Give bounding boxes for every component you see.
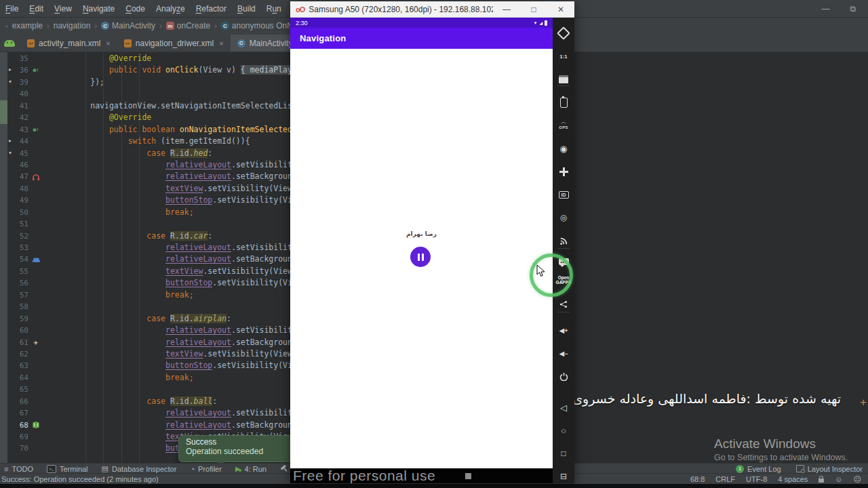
tool-window-database-inspector[interactable]: ▤Database Inspector <box>102 464 177 473</box>
status-68-8[interactable]: 68:8 <box>690 475 705 483</box>
line-number: 49 <box>0 195 28 206</box>
lock-icon[interactable] <box>818 479 824 483</box>
breadcrumb-label: onCreate <box>177 21 210 30</box>
power-icon[interactable] <box>553 369 574 384</box>
battery-icon[interactable] <box>553 95 574 110</box>
xml-file-icon: <> <box>27 39 35 47</box>
volume-down-icon[interactable]: ◀− <box>553 346 574 361</box>
menu-file[interactable]: File <box>0 4 24 14</box>
line-number: 39 <box>0 77 28 88</box>
event-log-badge: 1 <box>736 465 744 473</box>
status-crlf[interactable]: CRLF <box>715 475 735 483</box>
line-number: 67 <box>0 407 28 419</box>
tool-window-4-run[interactable]: ▶4: Run <box>235 465 267 473</box>
gutter-icon-slot[interactable] <box>28 420 43 431</box>
fold-collapsed-icon[interactable]: ▸ <box>9 66 12 73</box>
share-icon[interactable] <box>553 297 574 312</box>
airplane-icon[interactable]: ✈ <box>34 337 39 348</box>
menu-code[interactable]: Code <box>120 4 151 14</box>
status-utf-8[interactable]: UTF-8 <box>746 475 767 483</box>
diskio-icon[interactable]: ◎ <box>553 210 574 225</box>
emulator-minimize-button[interactable]: — <box>493 5 520 14</box>
status-4-spaces[interactable]: 4 spaces <box>778 475 808 483</box>
menu-refactor[interactable]: Refactor <box>191 4 232 14</box>
tool-window-layout-inspector[interactable]: Layout Inspector <box>796 465 863 473</box>
emulator-close-button[interactable]: ✕ <box>547 5 574 14</box>
gutter-icon-slot[interactable]: ●↑ <box>28 64 43 76</box>
credit-marker: + <box>860 396 867 409</box>
toolbar-divider <box>557 85 570 86</box>
line-number: 40 <box>0 88 28 100</box>
breadcrumb-separator: › <box>159 22 162 30</box>
menu-run[interactable]: Run <box>261 4 287 14</box>
network-icon[interactable] <box>553 233 574 248</box>
line-number: 64 <box>0 372 28 384</box>
device-id-icon[interactable]: ID <box>553 187 574 202</box>
emulator-title-bar[interactable]: oO Samsung A50 (720x1280, 160dpi) - 192.… <box>290 1 574 18</box>
navigation-pad-icon[interactable] <box>553 164 574 179</box>
tool-window-terminal[interactable]: >_Terminal <box>47 465 88 473</box>
gutter-icon-slot <box>28 230 43 242</box>
back-icon[interactable]: ◁ <box>553 400 574 415</box>
window-minimize-button[interactable]: — <box>821 4 829 14</box>
line-number: 68 <box>0 420 28 431</box>
recents-icon[interactable]: □ <box>553 446 574 461</box>
menu-view[interactable]: View <box>49 4 77 14</box>
emulator-maximize-button[interactable]: □ <box>520 5 547 14</box>
line-number: 55 <box>0 266 28 277</box>
keyboard-icon[interactable]: ⊟ <box>553 469 574 484</box>
line-number: 66 <box>0 396 28 407</box>
menu-build[interactable]: Build <box>232 4 261 14</box>
breadcrumb-separator: › <box>5 22 8 30</box>
watermark-bar: Free for personal use <box>290 468 553 483</box>
car-icon[interactable] <box>32 256 41 264</box>
fold-collapsed-icon[interactable]: ▸ <box>9 138 12 144</box>
line-number: 46 <box>0 159 28 171</box>
tool-window-profiler[interactable]: ◔Profiler <box>190 465 222 473</box>
gps-icon[interactable]: ◠GPS <box>553 118 574 133</box>
line-number: 45 <box>0 148 28 159</box>
tool-window-label: Database Inspector <box>112 465 176 473</box>
tool-window-event-log[interactable]: 1Event Log <box>736 465 781 473</box>
override-icon[interactable]: ●↑ <box>33 124 39 136</box>
breadcrumb-item-example[interactable]: example <box>12 21 43 30</box>
screencast-icon[interactable] <box>553 72 574 87</box>
menu-edit[interactable]: Edit <box>24 4 49 14</box>
home-icon[interactable]: ○ <box>553 423 574 438</box>
gutter-icon-slot <box>28 431 43 443</box>
pause-button[interactable] <box>410 247 431 267</box>
menu-navigate[interactable]: Navigate <box>77 4 120 14</box>
breadcrumb-item-mainactivity[interactable]: CMainActivity <box>101 21 155 30</box>
gutter-icon-slot <box>28 159 43 171</box>
fold-expanded-icon[interactable]: ▾ <box>9 79 12 85</box>
breadcrumb-item-oncreate[interactable]: monCreate <box>166 21 210 30</box>
gutter-icon-slot[interactable]: ●↑ <box>28 124 43 136</box>
gutter-icon-slot[interactable] <box>28 253 43 265</box>
gutter-icon-slot <box>28 348 43 360</box>
rotate-icon[interactable] <box>553 26 574 41</box>
menu-analyze[interactable]: Analyze <box>151 4 191 14</box>
tab-navigation_driwer-xml[interactable]: <>navigation_driwer.xml× <box>117 35 231 52</box>
pixel-ratio-icon[interactable]: 1:1 <box>553 49 574 64</box>
ball-icon[interactable] <box>32 421 40 429</box>
happy-face-icon[interactable]: ☺ <box>835 475 842 483</box>
tool-window-label: Profiler <box>198 465 222 473</box>
gutter-icon-slot <box>28 266 43 277</box>
breadcrumb-item-navigation[interactable]: navigation <box>54 21 91 30</box>
override-icon[interactable]: ●↑ <box>33 64 39 76</box>
sad-face-icon[interactable]: ☹ <box>854 475 861 484</box>
gutter-icon-slot[interactable]: ✈ <box>28 337 43 348</box>
gutter-icon-slot <box>28 396 43 407</box>
headphones-icon[interactable] <box>32 173 40 181</box>
volume-up-icon[interactable]: ◀+ <box>553 323 574 338</box>
tool-window-todo[interactable]: ≡TODO <box>4 465 33 473</box>
tab-close-icon[interactable]: × <box>106 39 110 47</box>
window-restore-button[interactable]: ⧉ <box>850 4 856 14</box>
tab-activity_main-xml[interactable]: <>activity_main.xml× <box>20 35 117 52</box>
genymotion-logo-icon: oO <box>296 5 304 14</box>
tab-close-icon[interactable]: × <box>219 39 223 47</box>
gutter-icon-slot[interactable] <box>28 171 43 182</box>
device-screen[interactable]: 2:30 ▼ ◢ Navigation رضا بهرام Free for p… <box>290 18 553 483</box>
fold-expanded-icon[interactable]: ▾ <box>9 150 12 156</box>
camera-icon[interactable]: ◉ <box>553 141 574 156</box>
